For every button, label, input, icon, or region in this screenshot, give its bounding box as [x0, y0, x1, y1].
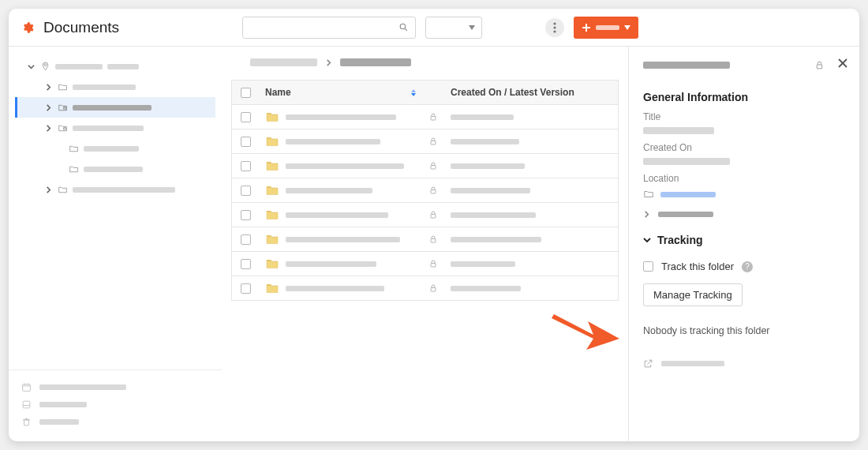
table-row[interactable]	[232, 154, 618, 178]
sort-icon[interactable]	[411, 89, 416, 96]
help-icon[interactable]: ?	[742, 261, 753, 272]
svg-rect-6	[582, 27, 590, 28]
row-name	[286, 163, 404, 169]
tree-label	[107, 64, 139, 69]
col-name[interactable]: Name	[259, 87, 422, 98]
main: Name Created On / Latest Version	[222, 47, 628, 441]
col-name-label: Name	[265, 87, 291, 98]
app-window: Documents	[9, 9, 859, 441]
chevron-right-icon[interactable]	[44, 103, 52, 111]
row-date	[451, 188, 530, 193]
row-checkbox[interactable]	[241, 186, 251, 196]
svg-rect-18	[267, 137, 271, 139]
create-button[interactable]	[574, 17, 638, 39]
svg-rect-19	[431, 141, 436, 145]
col-created[interactable]: Created On / Latest Version	[444, 87, 618, 98]
row-date	[451, 237, 541, 242]
chevron-right-icon[interactable]	[44, 83, 52, 91]
folder-lock-icon	[57, 122, 68, 133]
breadcrumb-item[interactable]	[250, 58, 317, 66]
tree-item[interactable]	[15, 159, 215, 179]
tree-item[interactable]	[15, 77, 215, 97]
location-link[interactable]	[660, 192, 716, 197]
plus-icon	[582, 23, 591, 32]
section-tracking[interactable]: Tracking	[643, 234, 845, 246]
tree-item[interactable]	[15, 118, 215, 138]
expand-row[interactable]	[643, 211, 845, 218]
svg-rect-28	[267, 260, 271, 261]
pin-icon	[39, 61, 51, 72]
label-created: Created On	[643, 142, 845, 153]
value-location[interactable]	[643, 189, 845, 200]
table-row[interactable]	[232, 178, 618, 203]
row-checkbox[interactable]	[241, 137, 251, 147]
folder-icon	[643, 189, 654, 200]
table-row[interactable]	[232, 105, 618, 129]
table-row[interactable]	[232, 129, 618, 154]
svg-line-1	[405, 28, 407, 31]
tree-item[interactable]	[15, 138, 215, 159]
svg-rect-17	[431, 117, 436, 121]
row-checkbox[interactable]	[241, 161, 251, 171]
label-title: Title	[643, 111, 845, 122]
svg-rect-25	[431, 215, 436, 219]
row-checkbox[interactable]	[241, 259, 251, 269]
row-checkbox[interactable]	[241, 234, 251, 245]
lock-icon	[422, 186, 444, 195]
lock-icon	[422, 283, 444, 293]
chevron-right-icon	[643, 211, 650, 218]
tracking-status: Nobody is tracking this folder	[643, 325, 845, 336]
search-field[interactable]	[249, 21, 394, 34]
chevron-right-icon[interactable]	[44, 186, 52, 193]
more-button[interactable]	[545, 18, 564, 37]
row-checkbox[interactable]	[241, 283, 251, 294]
trash-icon	[21, 417, 32, 427]
svg-rect-24	[267, 211, 271, 212]
row-date	[451, 261, 515, 267]
filter-dropdown[interactable]	[425, 17, 482, 39]
track-checkbox-row[interactable]: Track this folder ?	[643, 261, 845, 272]
tree-item[interactable]	[15, 179, 215, 200]
svg-rect-22	[267, 186, 271, 188]
select-all-checkbox[interactable]	[241, 88, 251, 98]
tree-label	[73, 187, 175, 193]
table-row[interactable]	[232, 203, 618, 227]
body: Name Created On / Latest Version	[9, 47, 859, 441]
table-row[interactable]	[232, 252, 618, 276]
external-link-row[interactable]	[643, 358, 845, 369]
external-link-icon	[643, 358, 653, 369]
tree-item[interactable]	[15, 56, 215, 77]
svg-rect-8	[63, 107, 65, 108]
chevron-down-icon[interactable]	[27, 62, 35, 70]
row-checkbox[interactable]	[241, 210, 251, 220]
folder-icon	[68, 163, 79, 174]
chevron-right-icon	[325, 59, 332, 66]
external-label	[661, 361, 724, 366]
footer-item[interactable]	[21, 396, 209, 413]
row-name	[286, 237, 400, 242]
row-name	[286, 212, 388, 218]
table-row[interactable]	[232, 227, 618, 252]
tree-label	[73, 84, 136, 90]
row-name	[286, 139, 380, 144]
close-button[interactable]	[837, 58, 848, 69]
svg-point-4	[554, 30, 556, 32]
row-checkbox[interactable]	[241, 112, 251, 122]
svg-point-0	[400, 24, 406, 29]
details-panel: General Information Title Created On Loc…	[628, 47, 859, 441]
lock-icon	[422, 259, 444, 268]
svg-point-7	[44, 63, 47, 66]
page-title: Documents	[43, 19, 119, 36]
tracking-title: Tracking	[657, 234, 703, 246]
manage-tracking-button[interactable]: Manage Tracking	[643, 283, 743, 306]
search-input[interactable]	[242, 17, 416, 39]
table-row[interactable]	[232, 276, 618, 301]
track-checkbox[interactable]	[643, 261, 653, 272]
footer-item[interactable]	[21, 413, 209, 430]
svg-rect-27	[431, 239, 436, 243]
footer-item[interactable]	[21, 378, 209, 396]
lock-icon	[422, 210, 444, 219]
svg-rect-23	[431, 190, 436, 194]
tree-item-selected[interactable]	[15, 97, 215, 118]
chevron-right-icon[interactable]	[44, 124, 52, 132]
